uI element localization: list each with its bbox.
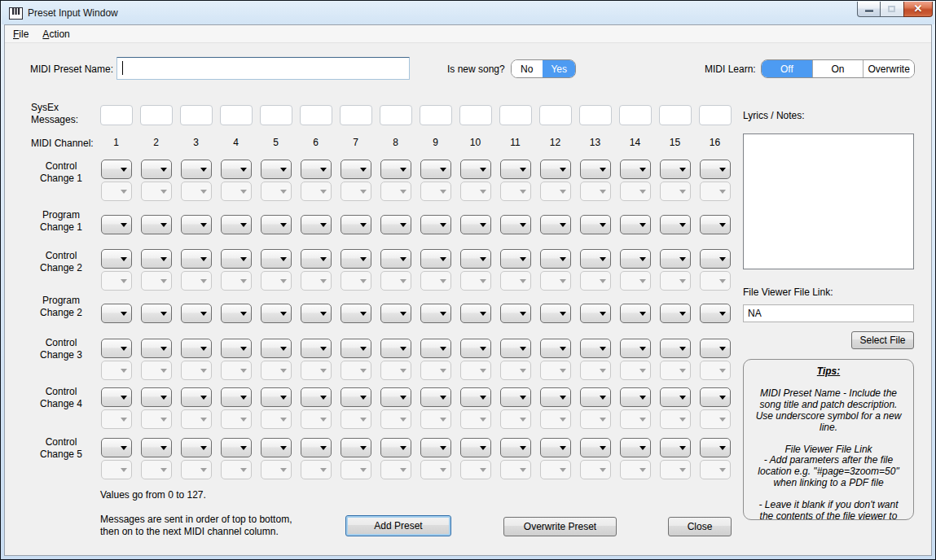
midi-value-combo[interactable] (101, 249, 132, 269)
sysex-input[interactable] (380, 105, 412, 125)
midi-value-combo[interactable] (101, 304, 132, 323)
add-preset-button[interactable]: Add Preset (345, 515, 451, 536)
midi-value-combo[interactable] (221, 215, 252, 234)
midi-value-combo[interactable] (221, 339, 252, 358)
midi-value-combo[interactable] (181, 339, 212, 358)
midi-value-combo[interactable] (460, 215, 491, 234)
minimize-button[interactable] (857, 2, 881, 17)
midi-learn-overwrite-button[interactable]: Overwrite (863, 60, 914, 77)
midi-value-combo[interactable] (141, 160, 172, 179)
close-window-button[interactable]: ✕ (903, 2, 933, 17)
midi-value-combo[interactable] (660, 215, 691, 234)
midi-value-combo[interactable] (380, 387, 411, 407)
midi-value-combo[interactable] (341, 304, 371, 323)
midi-value-combo[interactable] (181, 215, 212, 234)
midi-value-combo[interactable] (221, 438, 252, 457)
midi-value-combo[interactable] (380, 304, 411, 323)
overwrite-preset-button[interactable]: Overwrite Preset (503, 517, 617, 536)
sysex-input[interactable] (140, 105, 173, 125)
midi-value-combo[interactable] (221, 249, 252, 269)
midi-value-combo[interactable] (540, 160, 571, 179)
midi-value-combo[interactable] (660, 249, 691, 269)
midi-value-combo[interactable] (141, 339, 172, 358)
midi-value-combo[interactable] (181, 249, 212, 269)
midi-value-combo[interactable] (101, 438, 132, 457)
sysex-input[interactable] (619, 105, 652, 125)
midi-value-combo[interactable] (141, 215, 172, 234)
midi-value-combo[interactable] (420, 215, 451, 234)
midi-value-combo[interactable] (700, 304, 731, 323)
midi-value-combo[interactable] (420, 387, 451, 407)
midi-value-combo[interactable] (101, 215, 132, 234)
midi-value-combo[interactable] (261, 438, 292, 457)
midi-value-combo[interactable] (141, 438, 172, 457)
midi-value-combo[interactable] (460, 339, 491, 358)
midi-value-combo[interactable] (500, 387, 531, 407)
midi-value-combo[interactable] (500, 249, 531, 269)
midi-value-combo[interactable] (620, 339, 651, 358)
midi-value-combo[interactable] (341, 215, 371, 234)
midi-value-combo[interactable] (101, 160, 132, 179)
midi-value-combo[interactable] (460, 304, 491, 323)
midi-value-combo[interactable] (420, 339, 451, 358)
midi-value-combo[interactable] (700, 215, 731, 234)
midi-value-combo[interactable] (261, 160, 292, 179)
midi-value-combo[interactable] (341, 249, 371, 269)
midi-value-combo[interactable] (141, 304, 172, 323)
midi-value-combo[interactable] (181, 387, 212, 407)
midi-value-combo[interactable] (580, 304, 611, 323)
midi-value-combo[interactable] (460, 160, 491, 179)
sysex-input[interactable] (579, 105, 612, 125)
midi-value-combo[interactable] (620, 249, 651, 269)
file-link-input[interactable] (743, 304, 914, 322)
midi-value-combo[interactable] (540, 387, 571, 407)
midi-value-combo[interactable] (301, 387, 332, 407)
preset-name-input[interactable] (116, 57, 410, 80)
midi-value-combo[interactable] (221, 387, 252, 407)
midi-value-combo[interactable] (540, 304, 571, 323)
sysex-input[interactable] (100, 105, 133, 125)
midi-value-combo[interactable] (660, 304, 691, 323)
midi-value-combo[interactable] (261, 339, 292, 358)
midi-value-combo[interactable] (540, 438, 571, 457)
midi-value-combo[interactable] (301, 438, 332, 457)
menu-action[interactable]: Action (37, 26, 75, 42)
midi-value-combo[interactable] (101, 387, 132, 407)
midi-value-combo[interactable] (301, 215, 332, 234)
midi-value-combo[interactable] (301, 339, 332, 358)
midi-value-combo[interactable] (660, 339, 691, 358)
midi-value-combo[interactable] (700, 160, 731, 179)
menu-file[interactable]: File (7, 26, 34, 42)
midi-value-combo[interactable] (141, 387, 172, 407)
sysex-input[interactable] (539, 105, 572, 125)
midi-value-combo[interactable] (620, 304, 651, 323)
lyrics-textarea[interactable] (743, 133, 914, 269)
midi-value-combo[interactable] (420, 304, 451, 323)
midi-value-combo[interactable] (420, 160, 451, 179)
is-new-song-yes-button[interactable]: Yes (543, 60, 575, 77)
midi-value-combo[interactable] (221, 304, 252, 323)
midi-value-combo[interactable] (181, 160, 212, 179)
midi-value-combo[interactable] (500, 339, 531, 358)
midi-value-combo[interactable] (261, 304, 292, 323)
midi-value-combo[interactable] (380, 339, 411, 358)
sysex-input[interactable] (420, 105, 452, 125)
midi-value-combo[interactable] (301, 304, 332, 323)
midi-value-combo[interactable] (460, 387, 491, 407)
midi-value-combo[interactable] (660, 387, 691, 407)
midi-value-combo[interactable] (341, 438, 371, 457)
sysex-input[interactable] (659, 105, 692, 125)
midi-value-combo[interactable] (620, 438, 651, 457)
sysex-input[interactable] (499, 105, 532, 125)
midi-value-combo[interactable] (620, 215, 651, 234)
midi-value-combo[interactable] (580, 339, 611, 358)
midi-value-combo[interactable] (301, 249, 332, 269)
midi-value-combo[interactable] (620, 387, 651, 407)
midi-value-combo[interactable] (141, 249, 172, 269)
midi-value-combo[interactable] (101, 339, 132, 358)
midi-value-combo[interactable] (380, 438, 411, 457)
midi-value-combo[interactable] (580, 387, 611, 407)
midi-value-combo[interactable] (580, 215, 611, 234)
midi-value-combo[interactable] (380, 160, 411, 179)
midi-value-combo[interactable] (500, 438, 531, 457)
